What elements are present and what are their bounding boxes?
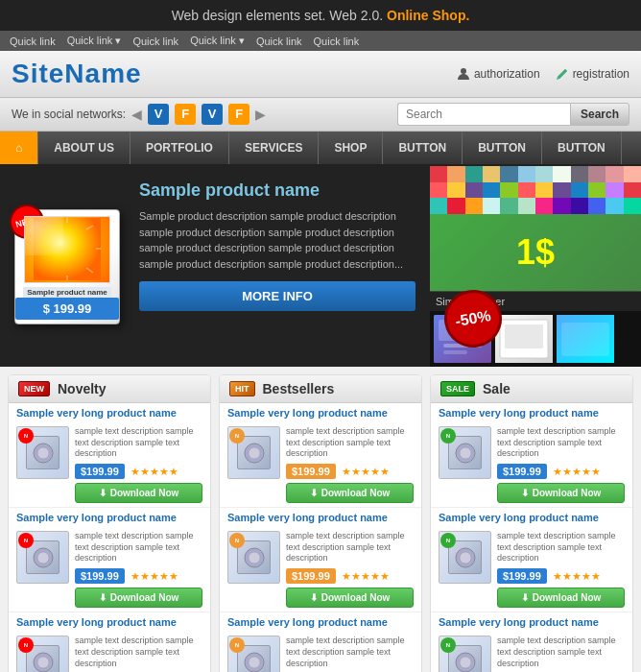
- novelty-desc-2: sample text description sample text desc…: [75, 531, 202, 564]
- svg-point-19: [37, 552, 49, 564]
- sale-desc-2: sample text description sample text desc…: [497, 531, 625, 564]
- novelty-info-1: sample text description sample text desc…: [75, 426, 202, 503]
- novelty-product-link-3[interactable]: Sample very long product name: [9, 612, 210, 632]
- nav-home[interactable]: ⌂: [0, 132, 38, 164]
- search-area: Search: [397, 103, 629, 126]
- novelty-download-btn-1[interactable]: ⬇ Download Now: [75, 483, 202, 503]
- hero-section: NEW!: [0, 166, 641, 367]
- social-bar: We in social networks: ◀ V F V F ▶ Searc…: [0, 98, 641, 132]
- bestsellers-product-link-3[interactable]: Sample very long product name: [220, 612, 421, 632]
- sale-thumb-3: N: [439, 636, 491, 672]
- nav-button1[interactable]: BUTTON: [383, 132, 463, 164]
- bestsellers-product-link-1[interactable]: Sample very long product name: [220, 403, 421, 422]
- download-icon-2: ⬇: [99, 592, 107, 603]
- sale-product-link-3[interactable]: Sample very long product name: [431, 612, 632, 632]
- bs-thumb-badge-3: N: [229, 637, 245, 653]
- sale-product-link-2[interactable]: Sample very long product name: [431, 508, 632, 527]
- auth-link[interactable]: authorization: [457, 67, 540, 81]
- social-btn-v2[interactable]: V: [202, 104, 223, 125]
- search-input[interactable]: [397, 103, 570, 126]
- quick-link-4[interactable]: Quick link ▾: [190, 35, 245, 47]
- novelty-price-2: $199.99: [75, 568, 125, 584]
- nav-button2[interactable]: BUTTON: [463, 132, 542, 164]
- bs-download-icon-2: ⬇: [310, 592, 318, 603]
- sale-badge: SALE: [440, 381, 475, 396]
- sale-title: Sale: [483, 381, 510, 396]
- bestsellers-download-btn-1[interactable]: ⬇ Download Now: [286, 483, 414, 503]
- more-info-button[interactable]: MORE INFO: [139, 281, 415, 311]
- quick-link-6[interactable]: Quick link: [314, 36, 360, 47]
- sale-product-item-2: N sample text description sample text de…: [431, 527, 632, 612]
- bestsellers-price-2: $199.99: [286, 568, 336, 584]
- bs-thumb-art-2: [241, 544, 268, 571]
- novelty-product-link-1[interactable]: Sample very long product name: [9, 403, 210, 422]
- thumb-new-badge-3: N: [18, 637, 34, 653]
- social-arrow-left[interactable]: ◀: [131, 107, 142, 122]
- sale-download-btn-1[interactable]: ⬇ Download Now: [497, 483, 625, 503]
- search-button[interactable]: Search: [570, 103, 629, 126]
- bestsellers-info-3: sample text description sample text desc…: [286, 636, 414, 672]
- banner-svg-3: [557, 315, 614, 363]
- quick-link-1[interactable]: Quick link: [10, 36, 56, 47]
- social-networks-area: We in social networks: ◀ V F V F ▶: [12, 104, 266, 125]
- bestsellers-thumb-2: N: [227, 531, 280, 584]
- sale-price-row-1: $199.99 ★★★★★: [497, 464, 625, 479]
- bestsellers-stars-2: ★★★★★: [342, 570, 390, 583]
- sale-info-1: sample text description sample text desc…: [497, 426, 625, 503]
- svg-rect-15: [561, 323, 609, 356]
- hero-price: $ 199.99: [15, 298, 119, 320]
- quick-link-2[interactable]: Quick link ▾: [67, 35, 122, 47]
- bestsellers-download-btn-2[interactable]: ⬇ Download Now: [286, 588, 414, 608]
- svg-point-27: [249, 657, 260, 668]
- sale-product-link-1[interactable]: Sample very long product name: [431, 403, 632, 422]
- sale-price-1: $199.99: [497, 464, 547, 479]
- social-btn-f2[interactable]: F: [228, 104, 249, 125]
- nav-about[interactable]: ABOUT US: [38, 132, 131, 164]
- sale-thumb-badge-1: N: [440, 428, 456, 444]
- ad-amount: 1$: [516, 232, 555, 273]
- sale-thumb-art-1: [452, 440, 479, 467]
- bestsellers-desc-2: sample text description sample text desc…: [286, 531, 414, 564]
- novelty-stars-1: ★★★★★: [131, 466, 178, 478]
- bs-thumb-badge-1: N: [229, 428, 245, 444]
- product-box-art: [24, 216, 110, 283]
- top-banner: Web design elements set. Web 2.0. Online…: [0, 0, 641, 31]
- novelty-download-btn-2[interactable]: ⬇ Download Now: [75, 588, 202, 608]
- svg-point-0: [461, 68, 466, 74]
- site-name: SiteName: [12, 59, 142, 89]
- nav-shop[interactable]: SHOP: [319, 132, 383, 164]
- quick-links-bar: Quick link Quick link ▾ Quick link Quick…: [0, 31, 641, 51]
- bestsellers-desc-1: sample text description sample text desc…: [286, 426, 414, 460]
- sale-thumb-1: N: [439, 426, 491, 479]
- sale-download-btn-2[interactable]: ⬇ Download Now: [497, 588, 625, 608]
- novelty-price-row-1: $199.99 ★★★★★: [75, 464, 202, 479]
- reg-link[interactable]: registration: [556, 67, 629, 81]
- novelty-product-link-2[interactable]: Sample very long product name: [9, 508, 210, 527]
- svg-point-21: [37, 657, 49, 668]
- sale-stars-2: ★★★★★: [553, 570, 601, 583]
- person-icon: [457, 67, 470, 81]
- novelty-desc-1: sample text description sample text desc…: [75, 426, 202, 460]
- novelty-info-3: sample text description sample text desc…: [75, 636, 202, 672]
- nav-portfolio[interactable]: PORTFOLIO: [131, 132, 229, 164]
- color-grid: [430, 166, 641, 214]
- quick-link-3[interactable]: Quick link: [132, 36, 178, 47]
- bestsellers-product-link-2[interactable]: Sample very long product name: [220, 508, 421, 527]
- quick-link-5[interactable]: Quick link: [256, 36, 302, 47]
- novelty-badge: NEW: [18, 381, 50, 396]
- social-btn-f1[interactable]: F: [175, 104, 196, 125]
- nav-services[interactable]: SERVICES: [229, 132, 319, 164]
- bestsellers-desc-3: sample text description sample text desc…: [286, 636, 414, 669]
- social-btn-v1[interactable]: V: [148, 104, 169, 125]
- social-arrow-right[interactable]: ▶: [255, 107, 266, 122]
- novelty-thumb-3: N: [16, 636, 69, 672]
- sale-info-2: sample text description sample text desc…: [497, 531, 625, 608]
- bestsellers-thumb-3: N: [227, 636, 280, 672]
- thumb-art-3: [30, 649, 57, 672]
- nav-button3[interactable]: BUTTON: [542, 132, 622, 164]
- bestsellers-price-1: $199.99: [286, 464, 336, 479]
- sale-thumb-badge-3: N: [440, 637, 456, 653]
- sale-price-row-2: $199.99 ★★★★★: [497, 568, 625, 584]
- product-art-svg: [34, 218, 101, 280]
- svg-point-33: [460, 657, 471, 668]
